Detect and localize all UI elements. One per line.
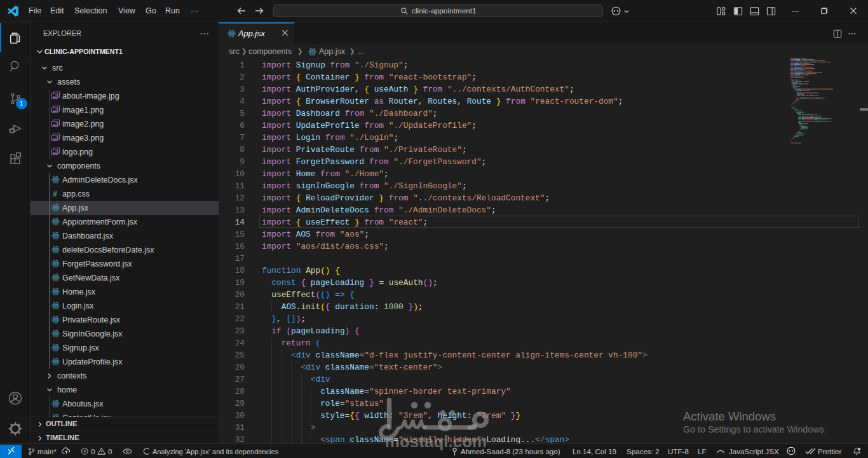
svg-text:mostaql.com: mostaql.com — [385, 432, 487, 451]
